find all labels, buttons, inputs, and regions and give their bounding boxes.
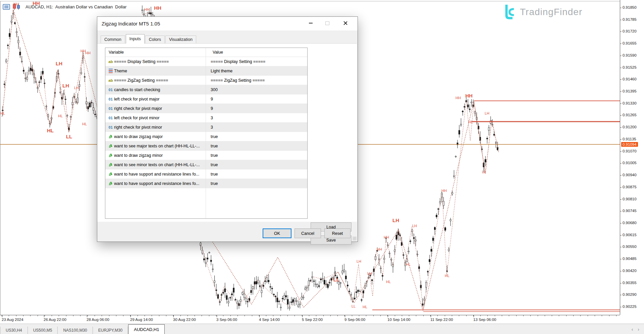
- swing-label-lh: LH: [62, 83, 69, 88]
- dialog-tab-colors[interactable]: Colors: [145, 36, 165, 44]
- parameter-row[interactable]: want to draw zigzag minortrue: [105, 151, 307, 160]
- parameter-row[interactable]: want to draw zigzag majortrue: [105, 132, 307, 141]
- close-button[interactable]: [338, 17, 353, 29]
- parameter-value[interactable]: Light theme: [207, 69, 232, 73]
- price-tick: [620, 259, 622, 259]
- swing-label-lh: LH: [485, 111, 489, 115]
- parameter-value[interactable]: true: [207, 134, 218, 139]
- time-tick-minor: [416, 315, 416, 316]
- time-tick-major: [87, 315, 87, 317]
- dialog-titlebar[interactable]: Zigzag Indicator MT5 1.05: [97, 17, 358, 30]
- dialog-tab-common[interactable]: Common: [101, 36, 125, 44]
- time-tick-minor: [109, 315, 109, 316]
- time-axis-label: 5 Sep 22:00: [302, 318, 323, 322]
- time-axis-label: 30 Aug 22:00: [173, 318, 196, 322]
- time-tick-minor: [73, 315, 73, 316]
- parameter-value[interactable]: 3: [207, 116, 213, 120]
- tab-scroll-left-icon[interactable]: ‹: [632, 327, 633, 332]
- time-axis-label: 9 Sep 06:00: [344, 318, 365, 322]
- resize-grip[interactable]: [353, 237, 357, 241]
- time-tick-minor: [123, 315, 123, 316]
- bool-fork-icon: [108, 143, 113, 148]
- price-axis-label: 0.91135: [623, 137, 636, 141]
- parameter-row[interactable]: ThemeLight theme: [105, 66, 307, 76]
- time-tick-minor: [195, 315, 195, 316]
- time-tick-major: [217, 315, 217, 317]
- time-tick-minor: [230, 315, 231, 316]
- time-axis-label: 29 Aug 14:00: [130, 318, 153, 322]
- price-axis-label: 0.90355: [623, 281, 637, 285]
- parameter-value[interactable]: 9: [207, 97, 213, 102]
- parameter-value[interactable]: true: [207, 153, 218, 158]
- dialog-tab-inputs[interactable]: Inputs: [126, 34, 145, 44]
- parameter-value[interactable]: ===== Display Setting =====: [207, 59, 265, 64]
- price-axis[interactable]: 0.91094 0.918500.917850.917200.916550.91…: [620, 0, 644, 315]
- current-price-badge: 0.91094: [621, 142, 638, 147]
- parameter-row[interactable]: ab===== Display Setting ========== Displ…: [105, 57, 307, 66]
- ok-button[interactable]: OK: [263, 228, 291, 238]
- cancel-button[interactable]: Cancel: [294, 228, 321, 238]
- reset-button[interactable]: Reset: [324, 228, 351, 238]
- price-axis-label: 0.91720: [623, 29, 637, 33]
- parameter-row[interactable]: want to have support and resistance line…: [105, 170, 307, 179]
- parameter-value[interactable]: true: [207, 144, 218, 148]
- chart-tab-nas100-m30[interactable]: NAS100,M30: [58, 327, 93, 334]
- chart-tab-audcad-h1[interactable]: AUDCAD,H1: [128, 324, 165, 334]
- parameter-value[interactable]: 9: [207, 106, 213, 111]
- time-tick-minor: [459, 315, 459, 316]
- time-tick-minor: [373, 315, 374, 316]
- parameter-row[interactable]: 01left check for pivot minor3: [105, 113, 307, 123]
- bool-fork-icon: [108, 162, 113, 167]
- time-tick-major: [2, 315, 2, 317]
- time-axis[interactable]: 23 Aug 202426 Aug 22:0028 Aug 06:0029 Au…: [0, 315, 620, 324]
- parameter-row[interactable]: 01right check for pivot major9: [105, 104, 307, 113]
- time-axis-label: 23 Aug 2024: [2, 318, 23, 322]
- chart-tab-us30-h4[interactable]: US30,H4: [0, 327, 28, 334]
- chart-tab-us500-m5[interactable]: US500,M5: [28, 327, 58, 334]
- dialog-tab-visualization[interactable]: Visualization: [165, 36, 196, 44]
- parameter-row[interactable]: 01left check for pivot major9: [105, 94, 307, 104]
- price-tick: [620, 91, 622, 92]
- parameter-value[interactable]: true: [207, 162, 218, 167]
- parameter-row[interactable]: want to have support and resistance line…: [105, 179, 307, 188]
- time-tick-minor: [530, 315, 531, 316]
- chart-tab-eurjpy-m30[interactable]: EURJPY,M30: [93, 327, 128, 334]
- time-tick-minor: [23, 315, 23, 316]
- tab-scroll-right-icon[interactable]: ›: [638, 327, 639, 332]
- parameter-row[interactable]: ab===== ZigZag Setting ========== ZigZag…: [105, 76, 307, 85]
- parameter-value[interactable]: true: [207, 181, 218, 186]
- time-tick-minor: [80, 315, 80, 316]
- parameter-row[interactable]: want to see major texts on chart (HH-HL-…: [105, 141, 307, 151]
- swing-label-hh: HH: [465, 93, 473, 98]
- parameter-value[interactable]: 3: [207, 125, 213, 130]
- price-tick: [620, 115, 622, 116]
- parameter-value[interactable]: true: [207, 172, 218, 177]
- minimize-button[interactable]: [303, 17, 318, 29]
- chart-symbol-title: AUDCAD, H1: Australian Dollar vs Canadia…: [25, 4, 126, 9]
- mt5-window: HHHHLHLHLHHHHHHLHLLLHLHLHHHHLHHHLHHHLHLH…: [0, 0, 644, 334]
- time-tick-minor: [138, 315, 138, 316]
- price-axis-label: 0.90550: [623, 245, 637, 249]
- maximize-button[interactable]: [320, 17, 335, 29]
- price-axis-label: 0.91005: [623, 161, 637, 165]
- parameter-name: want to have support and resistance line…: [114, 181, 207, 186]
- time-axis-label: 3 Sep 06:00: [216, 318, 237, 322]
- parameter-name: candles to start checking: [114, 87, 207, 92]
- price-axis-label: 0.90875: [623, 185, 637, 189]
- swing-label-lh: LH: [357, 259, 361, 263]
- swing-label-lh: LH: [56, 61, 62, 66]
- parameter-row[interactable]: 01candles to start checking300: [105, 85, 307, 94]
- time-tick-minor: [487, 315, 488, 316]
- time-tick-minor: [552, 315, 552, 316]
- bool-param-icon: [107, 153, 114, 158]
- parameter-value[interactable]: 300: [207, 87, 218, 92]
- price-axis-label: 0.91785: [623, 17, 637, 21]
- parameter-row[interactable]: 01right check for pivot minor3: [105, 123, 307, 132]
- parameter-row[interactable]: want to see minor texts on chart (HH-HL-…: [105, 160, 307, 170]
- time-tick-minor: [187, 315, 188, 316]
- time-axis-label: 13 Sep 06:00: [473, 318, 496, 322]
- bool-fork-icon: [108, 181, 113, 186]
- time-tick-minor: [337, 315, 338, 316]
- time-tick-minor: [437, 315, 438, 316]
- parameter-value[interactable]: ===== ZigZag Setting =====: [207, 78, 265, 83]
